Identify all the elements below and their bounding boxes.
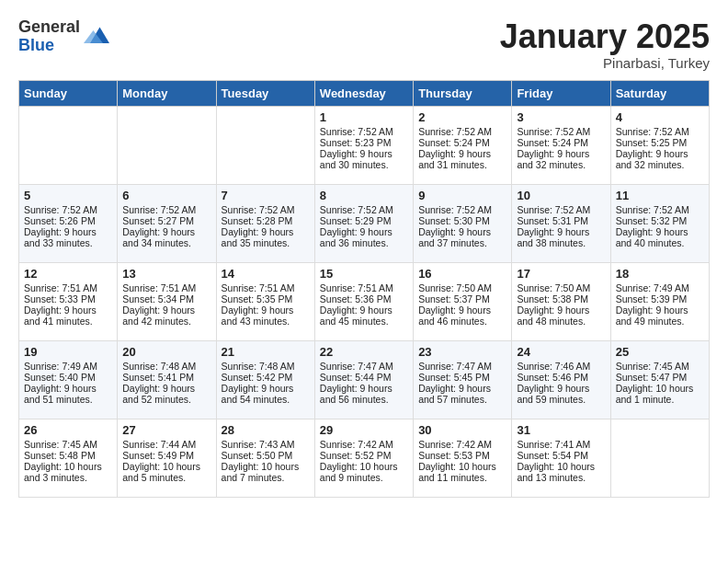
day-number: 6	[122, 189, 210, 202]
sunrise: Sunrise: 7:52 AM	[616, 204, 689, 215]
day-number: 17	[517, 267, 605, 281]
daylight-label: Daylight: 9 hours and 32 minutes.	[616, 148, 688, 170]
sunset: Sunset: 5:40 PM	[24, 372, 96, 383]
sunset: Sunset: 5:30 PM	[418, 215, 490, 226]
calendar-cell: 6Sunrise: 7:52 AMSunset: 5:27 PMDaylight…	[118, 184, 216, 262]
daylight-label: Daylight: 9 hours and 57 minutes.	[418, 383, 491, 405]
sunset: Sunset: 5:50 PM	[222, 450, 293, 461]
weekday-header-monday: Monday	[118, 80, 216, 106]
calendar-cell: 16Sunrise: 7:50 AMSunset: 5:37 PMDayligh…	[414, 262, 512, 340]
daylight-label: Daylight: 10 hours and 5 minutes.	[122, 461, 200, 483]
calendar-cell: 11Sunrise: 7:52 AMSunset: 5:32 PMDayligh…	[610, 184, 709, 262]
day-number: 5	[24, 189, 112, 202]
sunset: Sunset: 5:41 PM	[122, 372, 194, 383]
calendar-cell: 10Sunrise: 7:52 AMSunset: 5:31 PMDayligh…	[512, 184, 610, 262]
sunrise: Sunrise: 7:51 AM	[24, 282, 97, 293]
day-number: 24	[517, 345, 605, 359]
daylight-label: Daylight: 9 hours and 35 minutes.	[222, 226, 294, 248]
calendar-table: SundayMondayTuesdayWednesdayThursdayFrid…	[18, 80, 710, 498]
daylight-label: Daylight: 9 hours and 38 minutes.	[517, 226, 589, 248]
daylight-label: Daylight: 9 hours and 59 minutes.	[517, 383, 589, 405]
day-number: 27	[122, 423, 210, 437]
daylight-label: Daylight: 9 hours and 46 minutes.	[418, 304, 491, 327]
calendar-cell	[610, 419, 709, 497]
calendar-cell: 2Sunrise: 7:52 AMSunset: 5:24 PMDaylight…	[414, 106, 512, 184]
week-row-4: 19Sunrise: 7:49 AMSunset: 5:40 PMDayligh…	[19, 340, 710, 419]
weekday-header-saturday: Saturday	[610, 80, 709, 106]
week-row-5: 26Sunrise: 7:45 AMSunset: 5:48 PMDayligh…	[19, 419, 710, 497]
day-number: 15	[320, 267, 408, 281]
sunrise: Sunrise: 7:49 AM	[616, 282, 689, 293]
sunset: Sunset: 5:37 PM	[418, 293, 490, 304]
sunrise: Sunrise: 7:51 AM	[222, 282, 295, 293]
sunset: Sunset: 5:34 PM	[122, 293, 194, 304]
sunset: Sunset: 5:45 PM	[418, 372, 490, 383]
calendar-cell: 12Sunrise: 7:51 AMSunset: 5:33 PMDayligh…	[19, 262, 118, 340]
location: Pinarbasi, Turkey	[500, 55, 710, 71]
sunset: Sunset: 5:24 PM	[517, 137, 588, 148]
sunrise: Sunrise: 7:48 AM	[222, 361, 295, 372]
sunrise: Sunrise: 7:42 AM	[418, 439, 492, 450]
weekday-header-tuesday: Tuesday	[216, 80, 314, 106]
sunset: Sunset: 5:29 PM	[320, 215, 392, 226]
calendar-cell	[118, 106, 216, 184]
calendar-cell: 26Sunrise: 7:45 AMSunset: 5:48 PMDayligh…	[19, 419, 118, 497]
logo-blue: Blue	[18, 37, 80, 55]
sunrise: Sunrise: 7:50 AM	[517, 282, 590, 293]
calendar-cell: 9Sunrise: 7:52 AMSunset: 5:30 PMDaylight…	[414, 184, 512, 262]
sunset: Sunset: 5:52 PM	[320, 450, 392, 461]
daylight-label: Daylight: 9 hours and 41 minutes.	[24, 304, 97, 327]
title-block: January 2025 Pinarbasi, Turkey	[500, 18, 710, 71]
sunset: Sunset: 5:36 PM	[320, 293, 392, 304]
daylight-label: Daylight: 10 hours and 3 minutes.	[24, 461, 102, 483]
daylight-label: Daylight: 9 hours and 43 minutes.	[222, 304, 294, 327]
sunrise: Sunrise: 7:52 AM	[418, 204, 492, 215]
daylight-label: Daylight: 9 hours and 49 minutes.	[616, 304, 688, 327]
daylight-label: Daylight: 9 hours and 56 minutes.	[320, 383, 392, 405]
calendar-cell: 29Sunrise: 7:42 AMSunset: 5:52 PMDayligh…	[314, 419, 413, 497]
day-number: 13	[122, 267, 210, 281]
sunset: Sunset: 5:53 PM	[418, 450, 490, 461]
daylight-label: Daylight: 9 hours and 30 minutes.	[320, 148, 392, 170]
logo-icon	[84, 24, 109, 50]
sunrise: Sunrise: 7:50 AM	[418, 282, 492, 293]
day-number: 25	[616, 345, 704, 359]
sunset: Sunset: 5:46 PM	[517, 372, 588, 383]
day-number: 30	[418, 423, 506, 437]
day-number: 2	[418, 110, 506, 124]
weekday-header-sunday: Sunday	[19, 80, 118, 106]
week-row-3: 12Sunrise: 7:51 AMSunset: 5:33 PMDayligh…	[19, 262, 710, 340]
daylight-label: Daylight: 9 hours and 45 minutes.	[320, 304, 392, 327]
calendar-cell	[216, 106, 314, 184]
day-number: 23	[418, 345, 506, 359]
calendar-cell: 25Sunrise: 7:45 AMSunset: 5:47 PMDayligh…	[610, 340, 709, 419]
sunset: Sunset: 5:47 PM	[616, 372, 688, 383]
week-row-2: 5Sunrise: 7:52 AMSunset: 5:26 PMDaylight…	[19, 184, 710, 262]
daylight-label: Daylight: 10 hours and 9 minutes.	[320, 461, 398, 483]
daylight-label: Daylight: 9 hours and 36 minutes.	[320, 226, 392, 248]
day-number: 19	[24, 345, 112, 359]
calendar-cell: 22Sunrise: 7:47 AMSunset: 5:44 PMDayligh…	[314, 340, 413, 419]
sunrise: Sunrise: 7:47 AM	[418, 361, 492, 372]
day-number: 9	[418, 189, 506, 202]
sunset: Sunset: 5:32 PM	[616, 215, 688, 226]
sunset: Sunset: 5:39 PM	[616, 293, 688, 304]
day-number: 1	[320, 110, 408, 124]
daylight-label: Daylight: 9 hours and 31 minutes.	[418, 148, 491, 170]
sunset: Sunset: 5:48 PM	[24, 450, 96, 461]
sunset: Sunset: 5:54 PM	[517, 450, 588, 461]
daylight-label: Daylight: 10 hours and 7 minutes.	[222, 461, 300, 483]
daylight-label: Daylight: 9 hours and 32 minutes.	[517, 148, 589, 170]
sunset: Sunset: 5:31 PM	[517, 215, 588, 226]
sunset: Sunset: 5:42 PM	[222, 372, 293, 383]
day-number: 4	[616, 110, 704, 124]
sunrise: Sunrise: 7:45 AM	[24, 439, 97, 450]
calendar-cell: 31Sunrise: 7:41 AMSunset: 5:54 PMDayligh…	[512, 419, 610, 497]
calendar-cell: 28Sunrise: 7:43 AMSunset: 5:50 PMDayligh…	[216, 419, 314, 497]
sunrise: Sunrise: 7:46 AM	[517, 361, 590, 372]
day-number: 21	[222, 345, 310, 359]
day-number: 20	[122, 345, 210, 359]
weekday-header-friday: Friday	[512, 80, 610, 106]
day-number: 7	[222, 189, 310, 202]
weekday-header-wednesday: Wednesday	[314, 80, 413, 106]
